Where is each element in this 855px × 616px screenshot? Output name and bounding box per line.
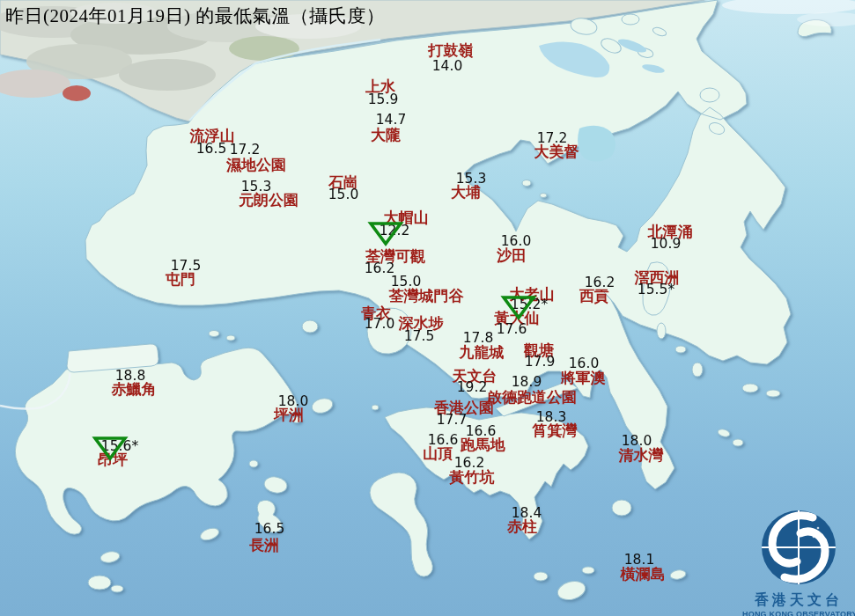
station-name: 將軍澳 — [561, 370, 606, 385]
map-title: 昨日(2024年01月19日) 的最低氣溫（攝氏度） — [5, 4, 385, 28]
station-value: 14.0 — [432, 60, 463, 74]
stations-layer: 打鼓嶺14.0上水15.9大隴14.7流浮山16.5濕地公園17.2大美督17.… — [0, 0, 855, 616]
station-name: 大隴 — [371, 128, 401, 143]
minimum-marker-triangle-icon — [500, 293, 537, 321]
weather-map: 昨日(2024年01月19日) 的最低氣溫（攝氏度） 打鼓嶺14.0上水15.9… — [0, 0, 855, 616]
hko-logo-name-en: HONG KONG OBSERVATORY — [742, 610, 855, 616]
station-name: 清水灣 — [619, 448, 664, 463]
station-name: 橫瀾島 — [621, 567, 666, 582]
station-name: 荃灣城門谷 — [389, 289, 464, 304]
station-name: 九龍城 — [460, 345, 505, 360]
station-value: 19.2 — [457, 381, 488, 395]
station-value: 16.5 — [196, 143, 227, 157]
station-value: 16.0 — [501, 235, 532, 249]
station-value: 17.5 — [404, 330, 435, 344]
station-value: 17.9 — [525, 356, 556, 370]
station-value: 17.5 — [171, 260, 202, 274]
station-value: 15.0 — [391, 275, 422, 290]
station-name: 濕地公園 — [226, 158, 286, 172]
station-value: 17.0 — [365, 318, 395, 332]
station-value: 18.0 — [278, 395, 309, 409]
station-value: 18.0 — [622, 435, 652, 449]
hko-logo-name-cn: 香港天文台 — [742, 591, 855, 610]
station-value: 17.2 — [537, 132, 568, 146]
station-value: 15.3 — [241, 180, 272, 194]
station-value: 14.7 — [376, 114, 407, 128]
station-name: 打鼓嶺 — [429, 43, 474, 58]
station-value: 15.3 — [456, 172, 487, 187]
minimum-marker-triangle-icon — [92, 434, 129, 462]
station-value: 17.7 — [437, 414, 468, 428]
station-value: 17.6 — [497, 323, 527, 337]
station-value: 15.0 — [328, 188, 359, 202]
station-value: 18.4 — [512, 507, 542, 521]
station-name: 長洲 — [249, 538, 279, 553]
station-name: 啟德跑道公園 — [487, 390, 577, 405]
station-value: 16.6 — [466, 425, 497, 439]
station-name: 黃竹坑 — [450, 470, 495, 485]
station-value: 18.8 — [115, 370, 146, 384]
station-value: 16.2 — [454, 457, 485, 471]
station-value: 18.3 — [536, 411, 567, 425]
station-name: 沙田 — [497, 248, 527, 263]
station-value: 16.6 — [428, 434, 459, 448]
hko-logo-icon — [758, 507, 839, 588]
station-value: 17.8 — [463, 332, 494, 346]
station-value: 17.2 — [230, 143, 261, 158]
station-value: 16.0 — [569, 357, 600, 371]
station-value: 18.9 — [512, 376, 542, 390]
station-value: 16.5 — [254, 523, 285, 537]
station-value: 10.9 — [651, 238, 682, 252]
station-value: 18.1 — [624, 554, 655, 568]
station-value: 16.2 — [585, 276, 615, 290]
minimum-marker-triangle-icon — [367, 219, 404, 247]
hko-logo: 香港天文台 HONG KONG OBSERVATORY — [742, 507, 855, 616]
station-value: 15.9 — [368, 93, 399, 107]
station-value: 15.5* — [638, 283, 674, 297]
